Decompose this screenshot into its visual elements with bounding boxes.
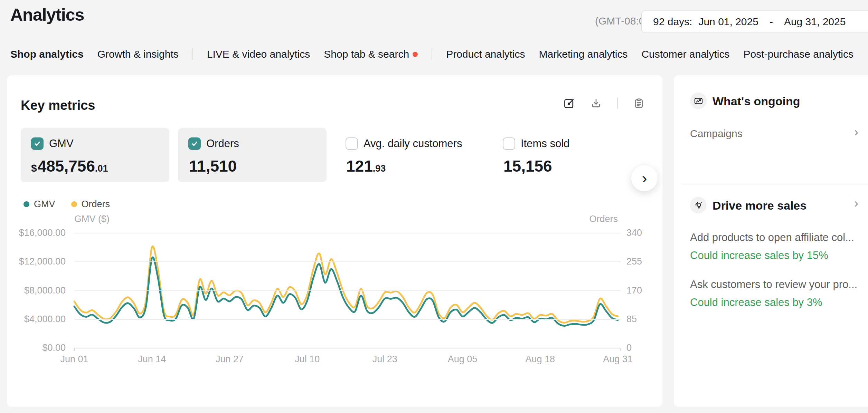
y-axis-tick-left: $4,000.00 [7,314,66,325]
y-axis-tick-left: $8,000.00 [7,285,66,296]
key-metrics-card: Key metrics GMV [7,75,662,407]
metrics-row: GMV $485,756.01 Orders 11,510 [21,128,641,182]
series-line-gmv [74,257,618,326]
suggestion-impact: Could increase sales by 15% [690,249,828,262]
chart-svg [7,212,662,374]
x-axis-tick: Aug 18 [516,354,564,365]
gridline [74,319,621,320]
tab-separator [192,48,193,60]
suggestion-title[interactable]: Ask customers to review your pro... [690,278,857,291]
trend-chart-icon [690,93,707,109]
x-axis-tick: Jun 01 [50,354,98,365]
metric-label: Avg. daily customers [364,137,462,150]
gridline [74,233,621,233]
date-range-end: Aug 31, 2025 [784,16,846,28]
metric-label: GMV [49,137,74,150]
analytics-tabs: Shop analytics Growth & insights LIVE & … [10,48,868,60]
metric-value: $485,756.01 [31,157,159,175]
legend-item-gmv[interactable]: GMV [23,199,55,210]
y-axis-tick-right: 255 [626,256,661,267]
legend-item-orders[interactable]: Orders [71,199,110,210]
gridline [74,348,621,348]
metric-value: 11,510 [188,157,316,175]
tab-growth-insights[interactable]: Growth & insights [97,48,179,60]
date-range-start: Jun 01, 2025 [698,16,758,28]
x-axis-tick: Jul 10 [283,354,331,365]
series-line-orders [74,246,618,323]
tab-separator [432,48,432,60]
tab-marketing-analytics[interactable]: Marketing analytics [539,48,628,60]
x-axis-tick: Aug 05 [438,354,487,365]
y-axis-tick-left: $16,000.00 [7,228,66,238]
axis-end-tick [74,348,75,351]
drive-more-sales-title: Drive more sales [713,199,806,212]
y-axis-tick-right: 0 [626,343,661,353]
tab-shop-tab-search[interactable]: Shop tab & search [324,48,418,60]
suggestion-title[interactable]: Add products to open affiliate col... [690,231,854,244]
gmv-legend-dot [23,201,29,207]
metric-label: Orders [206,137,239,150]
page-title: Analytics [10,5,84,25]
metric-label: Items sold [521,137,569,150]
metric-card-orders[interactable]: Orders 11,510 [178,128,327,182]
y-axis-tick-right: 340 [626,228,661,238]
notification-dot [413,52,418,57]
chevron-right-icon[interactable]: › [854,198,858,209]
report-icon[interactable] [633,97,645,109]
tab-product-analytics[interactable]: Product analytics [446,48,525,60]
y-axis-tick-left: $0.00 [7,343,66,353]
chevron-right-icon[interactable]: › [854,127,858,137]
orders-legend-dot [71,201,77,207]
tab-live-video-analytics[interactable]: LIVE & video analytics [207,48,310,60]
carousel-next-button[interactable]: › [631,165,658,191]
key-metrics-toolbar [563,97,645,109]
y-axis-tick-right: 85 [626,314,661,325]
gmv-checkbox[interactable] [31,137,44,150]
chevron-right-icon: › [642,170,647,187]
items-sold-checkbox[interactable] [503,137,515,150]
lightbulb-icon [690,197,707,213]
campaigns-item[interactable]: Campaigns [690,128,743,140]
axis-end-tick [620,348,621,351]
date-range-days: 92 days: [653,16,692,28]
date-range-picker[interactable]: 92 days: Jun 01, 2025 - Aug 31, 2025 [641,10,868,33]
gridline [74,290,621,291]
metric-value: 121.93 [346,157,473,175]
x-axis-tick: Jul 23 [361,354,409,365]
orders-checkbox[interactable] [188,137,201,150]
tab-customer-analytics[interactable]: Customer analytics [641,48,729,60]
tab-post-purchase-analytics[interactable]: Post-purchase analytics [743,48,853,60]
whats-ongoing-title: What's ongoing [713,95,800,108]
y-axis-tick-right: 170 [626,285,661,296]
download-icon[interactable] [590,97,602,109]
toolbar-divider [617,98,618,109]
x-axis-tick: Aug 31 [594,354,642,365]
section-divider [682,184,868,184]
side-panel: What's ongoing Campaigns › Drive more sa… [674,75,868,407]
metric-card-avg-daily-customers[interactable]: Avg. daily customers 121.93 [335,128,484,182]
x-axis-tick: Jun 14 [128,354,176,365]
date-range-separator: - [770,16,773,28]
y-axis-tick-left: $12,000.00 [7,256,66,267]
metric-value: 15,156 [503,157,631,175]
key-metrics-title: Key metrics [21,98,95,113]
edit-icon[interactable] [563,97,575,109]
x-axis-tick: Jun 27 [205,354,254,365]
chart-area: GMV ($) Orders $16,000.00340$12,000.0025… [7,212,662,374]
chart-legend: GMV Orders [23,199,110,210]
analytics-page: Analytics (GMT-08:00) 92 days: Jun 01, 2… [0,0,868,413]
tab-shop-analytics[interactable]: Shop analytics [10,48,84,60]
metric-card-items-sold[interactable]: Items sold 15,156 [492,128,641,182]
metric-card-gmv[interactable]: GMV $485,756.01 [21,128,169,182]
suggestion-impact: Could increase sales by 3% [690,296,822,309]
gridline [74,261,621,262]
avg-daily-customers-checkbox[interactable] [346,137,358,150]
